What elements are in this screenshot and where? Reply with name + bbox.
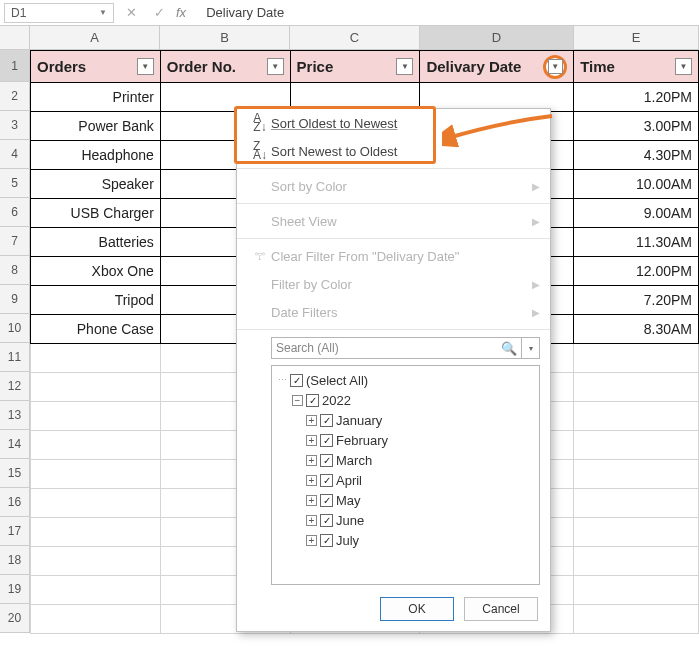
clear-filter-icon: 🝖 xyxy=(249,249,271,263)
tree-month[interactable]: +✓February xyxy=(278,430,533,450)
expand-icon[interactable]: + xyxy=(306,455,317,466)
row-header-19[interactable]: 19 xyxy=(0,575,30,604)
tree-select-all[interactable]: ⋯✓(Select All) xyxy=(278,370,533,390)
row-header-1[interactable]: 1 xyxy=(0,50,30,82)
row-header-14[interactable]: 14 xyxy=(0,430,30,459)
menu-sort-by-color[interactable]: Sort by Color▶ xyxy=(237,172,550,200)
menu-date-filters[interactable]: Date Filters▶ xyxy=(237,298,550,326)
chevron-right-icon: ▶ xyxy=(532,216,540,227)
tree-month[interactable]: +✓July xyxy=(278,530,533,550)
hdr-delivery-date: Delivary Date xyxy=(426,58,521,75)
col-header-c[interactable]: C xyxy=(290,26,420,50)
filter-dropdown-menu: AZ↓Sort Oldest to Newest ZA↓Sort Newest … xyxy=(236,108,551,632)
hdr-price: Price xyxy=(297,58,334,75)
search-dropdown[interactable]: ▾ xyxy=(522,337,540,359)
menu-filter-by-color: Filter by Color▶ xyxy=(237,270,550,298)
chevron-right-icon: ▶ xyxy=(532,181,540,192)
checkbox-icon[interactable]: ✓ xyxy=(306,394,319,407)
menu-sheet-view[interactable]: Sheet View▶ xyxy=(237,207,550,235)
select-all-triangle[interactable] xyxy=(0,26,30,50)
menu-sort-oldest[interactable]: AZ↓Sort Oldest to Newest xyxy=(237,109,550,137)
col-header-d[interactable]: D xyxy=(420,26,574,50)
name-box[interactable]: D1 ▼ xyxy=(4,3,114,23)
row-header-5[interactable]: 5 xyxy=(0,169,30,198)
row-header-13[interactable]: 13 xyxy=(0,401,30,430)
sort-asc-icon: AZ↓ xyxy=(249,114,271,132)
row-header-15[interactable]: 15 xyxy=(0,459,30,488)
menu-clear-filter: 🝖Clear Filter From "Delivary Date" xyxy=(237,242,550,270)
menu-sort-newest[interactable]: ZA↓Sort Newest to Oldest xyxy=(237,137,550,165)
expand-icon[interactable]: + xyxy=(306,415,317,426)
cancel-button[interactable]: Cancel xyxy=(464,597,538,621)
row-header-18[interactable]: 18 xyxy=(0,546,30,575)
accept-formula-icon: ✓ xyxy=(148,5,170,20)
checkbox-icon[interactable]: ✓ xyxy=(320,494,333,507)
row-header-12[interactable]: 12 xyxy=(0,372,30,401)
row-header-8[interactable]: 8 xyxy=(0,256,30,285)
row-header-2[interactable]: 2 xyxy=(0,82,30,111)
chevron-right-icon: ▶ xyxy=(532,307,540,318)
expand-icon[interactable]: + xyxy=(306,515,317,526)
formula-bar: D1 ▼ ✕ ✓ fx Delivary Date xyxy=(0,0,699,26)
tree-month[interactable]: +✓June xyxy=(278,510,533,530)
sort-desc-icon: ZA↓ xyxy=(249,142,271,160)
expand-icon[interactable]: + xyxy=(306,495,317,506)
row-header-4[interactable]: 4 xyxy=(0,140,30,169)
row-headers: 1 2 3 4 5 6 7 8 9 10 11 12 13 14 15 16 1… xyxy=(0,50,30,633)
col-header-a[interactable]: A xyxy=(30,26,160,50)
filter-button-price[interactable]: ▼ xyxy=(396,58,413,75)
filter-button-order-no[interactable]: ▼ xyxy=(267,58,284,75)
checkbox-icon[interactable]: ✓ xyxy=(320,534,333,547)
filter-button-orders[interactable]: ▼ xyxy=(137,58,154,75)
chevron-down-icon[interactable]: ▼ xyxy=(99,8,107,17)
cancel-formula-icon: ✕ xyxy=(120,5,142,20)
col-header-b[interactable]: B xyxy=(160,26,290,50)
row-header-17[interactable]: 17 xyxy=(0,517,30,546)
chevron-right-icon: ▶ xyxy=(532,279,540,290)
checkbox-icon[interactable]: ✓ xyxy=(320,474,333,487)
hdr-orders: Orders xyxy=(37,58,86,75)
checkbox-icon[interactable]: ✓ xyxy=(320,414,333,427)
table-header-row: Orders▼ Order No.▼ Price▼ Delivary Date▼… xyxy=(31,51,699,83)
checkbox-icon[interactable]: ✓ xyxy=(320,454,333,467)
expand-icon[interactable]: + xyxy=(306,535,317,546)
tree-month[interactable]: +✓March xyxy=(278,450,533,470)
search-icon: 🔍 xyxy=(501,341,517,356)
row-header-20[interactable]: 20 xyxy=(0,604,30,633)
row-header-10[interactable]: 10 xyxy=(0,314,30,343)
tree-month[interactable]: +✓April xyxy=(278,470,533,490)
col-header-e[interactable]: E xyxy=(574,26,699,50)
expand-icon[interactable]: + xyxy=(306,475,317,486)
row-header-16[interactable]: 16 xyxy=(0,488,30,517)
checkbox-icon[interactable]: ✓ xyxy=(290,374,303,387)
filter-button-time[interactable]: ▼ xyxy=(675,58,692,75)
row-header-11[interactable]: 11 xyxy=(0,343,30,372)
fx-icon[interactable]: fx xyxy=(176,5,186,20)
row-header-6[interactable]: 6 xyxy=(0,198,30,227)
row-header-7[interactable]: 7 xyxy=(0,227,30,256)
ok-button[interactable]: OK xyxy=(380,597,454,621)
tree-month[interactable]: +✓May xyxy=(278,490,533,510)
name-box-value: D1 xyxy=(11,6,26,20)
tree-year[interactable]: −✓2022 xyxy=(278,390,533,410)
checkbox-icon[interactable]: ✓ xyxy=(320,514,333,527)
formula-input[interactable]: Delivary Date xyxy=(192,5,695,20)
hdr-time: Time xyxy=(580,58,615,75)
checkbox-icon[interactable]: ✓ xyxy=(320,434,333,447)
expand-icon[interactable]: + xyxy=(306,435,317,446)
filter-search-input[interactable]: Search (All)🔍 xyxy=(271,337,522,359)
filter-button-delivery-date[interactable]: ▼ xyxy=(543,55,567,79)
column-headers: A B C D E xyxy=(30,26,699,50)
hdr-order-no: Order No. xyxy=(167,58,236,75)
tree-month[interactable]: +✓January xyxy=(278,410,533,430)
row-header-9[interactable]: 9 xyxy=(0,285,30,314)
row-header-3[interactable]: 3 xyxy=(0,111,30,140)
filter-values-tree[interactable]: ⋯✓(Select All) −✓2022 +✓January +✓Februa… xyxy=(271,365,540,585)
collapse-icon[interactable]: − xyxy=(292,395,303,406)
